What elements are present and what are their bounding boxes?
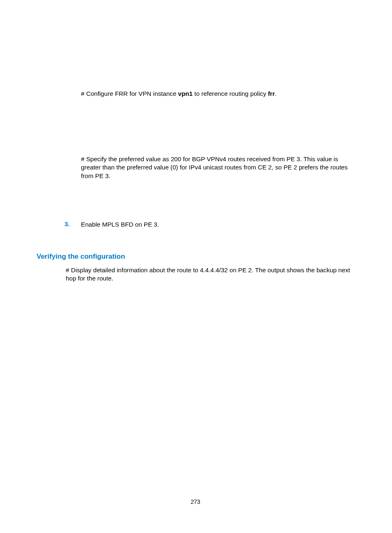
heading-verifying-configuration: Verifying the configuration [37, 253, 125, 261]
step-text-3: Enable MPLS BFD on PE 3. [81, 220, 356, 229]
step-number-3: 3. [65, 220, 70, 227]
bold-vpn1: vpn1 [178, 90, 192, 97]
text-fragment: to reference routing policy [193, 90, 268, 97]
text-fragment: . [275, 90, 277, 97]
document-page: # Configure FRR for VPN instance vpn1 to… [0, 0, 392, 533]
paragraph-display-route: # Display detailed information about the… [66, 266, 357, 283]
page-number: 273 [191, 498, 200, 505]
text-fragment: # Configure FRR for VPN instance [81, 90, 178, 97]
bold-frr: frr [268, 90, 275, 97]
paragraph-preferred-value: # Specify the preferred value as 200 for… [81, 155, 357, 180]
paragraph-configure-frr: # Configure FRR for VPN instance vpn1 to… [81, 90, 356, 98]
